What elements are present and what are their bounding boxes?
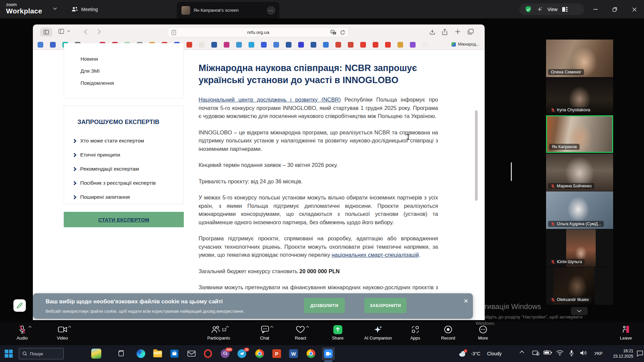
chevron-up-icon[interactable] bbox=[28, 326, 32, 328]
cookie-close-icon[interactable]: ✕ bbox=[462, 297, 470, 305]
toolbar-apps-button[interactable]: Apps bbox=[410, 325, 420, 341]
participant-video-tile[interactable]: Iryna Chystiakova bbox=[546, 77, 613, 115]
microphone-icon[interactable] bbox=[569, 350, 574, 356]
battery-icon[interactable] bbox=[543, 350, 552, 355]
participant-video-tile[interactable]: Ян Капранов bbox=[546, 115, 613, 153]
reader-icon[interactable] bbox=[171, 30, 176, 35]
task-view-icon[interactable] bbox=[117, 350, 125, 357]
toolbar-share-button[interactable]: Share bbox=[332, 325, 344, 341]
cookie-allow-button[interactable]: ДОЗВОЛИТИ bbox=[304, 298, 345, 313]
panel-resize-handle[interactable] bbox=[511, 162, 512, 181]
collapse-videos-icon[interactable] bbox=[571, 307, 588, 315]
expert-link[interactable]: Поширені запитання bbox=[73, 194, 183, 200]
taskbar-app-powerpoint-icon[interactable]: P bbox=[272, 349, 281, 358]
new-tab-icon[interactable] bbox=[455, 29, 461, 35]
view-button[interactable]: View bbox=[547, 7, 557, 12]
taskbar-app-zoom-icon[interactable] bbox=[324, 349, 333, 358]
taskbar-clock[interactable]: 16:21 23.12.2025 bbox=[611, 348, 633, 359]
taskbar-app-mail-icon[interactable] bbox=[187, 349, 196, 358]
toolbar-react-button[interactable]: React bbox=[295, 325, 306, 341]
bookmark-favicon[interactable] bbox=[410, 42, 416, 48]
bookmark-favicon[interactable] bbox=[249, 42, 254, 48]
weather-condition[interactable]: Cloudy bbox=[487, 351, 502, 356]
tab-shared-screen[interactable]: Ян Капранов's screen ⋯ bbox=[177, 2, 279, 18]
bookmark-favicon[interactable] bbox=[323, 42, 329, 48]
bookmark-favicon[interactable] bbox=[298, 42, 304, 48]
downloads-icon[interactable] bbox=[429, 29, 435, 35]
toolbar-audio-button[interactable]: Audio bbox=[16, 325, 28, 341]
security-shield-icon[interactable] bbox=[525, 6, 532, 13]
minimize-button[interactable] bbox=[590, 5, 600, 14]
toolbar-ai-companion-button[interactable]: AI Companion bbox=[364, 325, 392, 341]
bookmark-favicon[interactable] bbox=[261, 42, 267, 48]
become-expert-button[interactable]: СТАТИ ЕКСПЕРТОМ bbox=[64, 212, 184, 227]
expert-link[interactable]: Етичні принципи bbox=[73, 152, 183, 158]
action-center-icon[interactable] bbox=[637, 350, 643, 357]
taskbar-app-chrome-icon[interactable] bbox=[255, 349, 264, 358]
taskbar-app-word-icon[interactable]: W bbox=[289, 349, 298, 358]
taskbar-app-chrome2-icon[interactable] bbox=[307, 349, 315, 358]
bookmark-favicon[interactable] bbox=[360, 42, 366, 48]
page-scrollbar[interactable] bbox=[475, 110, 478, 201]
toolbar-chat-button[interactable]: Chat bbox=[260, 325, 269, 341]
bookmark-favicon[interactable] bbox=[311, 42, 316, 48]
chevron-up-icon[interactable] bbox=[306, 326, 310, 328]
weather-cloud-icon[interactable]: 1 bbox=[458, 349, 468, 357]
reload-icon[interactable] bbox=[340, 30, 345, 35]
sidebar-link[interactable]: Новини bbox=[80, 56, 183, 62]
bookmark-favicon[interactable] bbox=[348, 42, 354, 48]
sidebar-toggle-icon[interactable] bbox=[40, 28, 52, 37]
cookie-deny-button[interactable]: ЗАБОРОНИТИ bbox=[364, 298, 407, 313]
participant-video-tile[interactable]: Олена Семеног bbox=[546, 40, 613, 77]
bookmark-favicon[interactable] bbox=[335, 42, 341, 48]
bookmark-favicon[interactable] bbox=[422, 42, 428, 48]
toolbar-more-button[interactable]: More bbox=[478, 325, 488, 341]
toolbar-participants-button[interactable]: 12Participants bbox=[207, 325, 230, 341]
bookmark-overflow[interactable]: Міжнарод... bbox=[451, 42, 479, 47]
bookmark-favicon[interactable] bbox=[236, 42, 242, 48]
address-bar[interactable]: nrfu.org.ua A文 bbox=[168, 27, 349, 37]
volume-icon[interactable] bbox=[580, 350, 588, 356]
forward-icon[interactable] bbox=[97, 29, 101, 35]
participant-video-tile[interactable]: Oleksandr Ilkaiev bbox=[546, 267, 613, 305]
toolbar-video-button[interactable]: Video bbox=[57, 325, 68, 341]
tab-overview-icon[interactable] bbox=[468, 29, 474, 35]
share-icon[interactable] bbox=[442, 29, 447, 35]
participant-video-tile[interactable]: Марина Бойченко bbox=[546, 154, 613, 191]
bookmark-favicon[interactable] bbox=[186, 42, 192, 48]
chevron-up-icon[interactable] bbox=[226, 326, 229, 328]
cast-screen-icon[interactable] bbox=[532, 350, 539, 357]
bookmark-favicon[interactable] bbox=[211, 42, 217, 48]
translate-icon[interactable]: A文 bbox=[330, 30, 336, 35]
tab-options-icon[interactable]: ⋯ bbox=[267, 6, 275, 15]
bookmark-favicon[interactable] bbox=[50, 42, 56, 48]
back-icon[interactable] bbox=[84, 29, 88, 35]
taskbar-app-viber-icon[interactable]: 999 bbox=[221, 349, 229, 358]
participant-video-tile[interactable]: Ольга Кудріна (СумД... bbox=[546, 191, 613, 229]
chevron-up-icon[interactable] bbox=[270, 326, 274, 328]
taskbar-app-edge-icon[interactable] bbox=[137, 349, 145, 358]
sidebar-link[interactable]: Повідомлення bbox=[80, 80, 183, 86]
chevron-up-icon[interactable] bbox=[68, 326, 71, 328]
bookmark-favicon[interactable] bbox=[286, 42, 291, 48]
bookmark-favicon[interactable] bbox=[273, 42, 279, 48]
bookmark-favicon[interactable] bbox=[373, 42, 378, 48]
bookmark-favicon[interactable] bbox=[397, 42, 403, 48]
taskbar-app-telegram-icon[interactable]: 29 bbox=[237, 349, 246, 358]
start-button[interactable] bbox=[5, 350, 13, 358]
ai-sparkle-icon[interactable] bbox=[536, 6, 543, 13]
tab-meeting[interactable]: Meeting bbox=[71, 0, 98, 18]
toolbar-record-button[interactable]: Record bbox=[441, 325, 455, 341]
expert-link[interactable]: Посібник з реєстрації експертів bbox=[73, 180, 183, 186]
participant-video-tile[interactable]: Юлія Шульга bbox=[546, 229, 613, 267]
expert-link[interactable]: Хто може стати експертом bbox=[73, 138, 183, 144]
chevron-down-icon[interactable] bbox=[67, 30, 70, 32]
chevron-down-icon[interactable] bbox=[53, 7, 57, 10]
toolbar-leave-button[interactable]: Leave bbox=[620, 325, 632, 341]
bookmark-favicon[interactable] bbox=[199, 42, 205, 48]
wifi-icon[interactable] bbox=[556, 350, 564, 356]
layout-grid-icon[interactable] bbox=[562, 7, 568, 12]
sidebar-link[interactable]: Для ЗМІ bbox=[80, 68, 183, 74]
bookmark-favicon[interactable] bbox=[224, 42, 229, 48]
taskbar-app-opera-icon[interactable] bbox=[204, 349, 213, 358]
